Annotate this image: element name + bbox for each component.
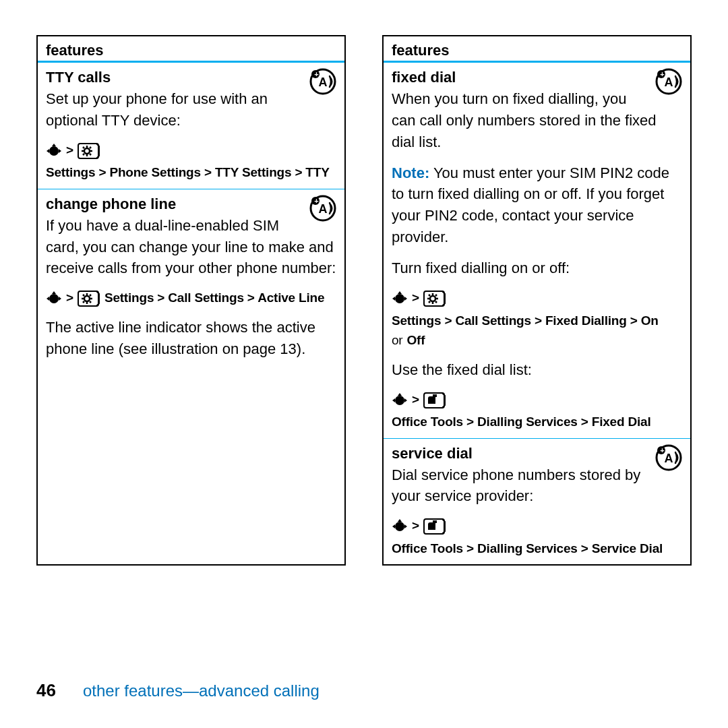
right-features-box: features fixed dial When you turn on fix…: [382, 35, 692, 566]
nav-text: Office Tools > Dialling Services > Servi…: [392, 539, 663, 558]
nav-text: Settings > Call Settings > Active Line: [104, 289, 324, 307]
two-column-layout: features TTY calls Set up your phone for…: [36, 35, 692, 566]
nav-path: > Settings > Call Settings > Active Line: [46, 289, 336, 307]
section-service-dial: service dial Dial service phone numbers …: [384, 438, 690, 565]
operator-dependent-icon: [309, 68, 336, 95]
nav-path: > Office Tools > Dialling Services > Ser…: [392, 516, 682, 557]
section-title: fixed dial: [392, 67, 682, 88]
nav-path: > Settings > Call Settings > Fixed Diall…: [392, 289, 682, 330]
section-title: TTY calls: [46, 67, 336, 88]
settings-key-icon: [423, 289, 446, 307]
section-title: service dial: [392, 443, 682, 464]
nav-path-alt: or Off: [392, 331, 682, 350]
nav-or: or: [392, 331, 403, 350]
section-change-phone-line: change phone line If you have a dual-lin…: [38, 189, 344, 367]
page-number: 46: [36, 680, 56, 701]
section-tty-calls: TTY calls Set up your phone for use with…: [38, 63, 344, 189]
nav-key-icon: [392, 390, 408, 409]
operator-dependent-icon: [309, 195, 336, 222]
nav-text: Settings > Call Settings > Fixed Diallin…: [392, 311, 659, 330]
operator-dependent-icon: [655, 68, 682, 95]
footer-section-title: other features—advanced calling: [83, 681, 320, 700]
tools-key-icon: [423, 390, 446, 409]
section-body: Set up your phone for use with an option…: [46, 88, 336, 131]
nav-key-icon: [392, 516, 408, 535]
manual-page: features TTY calls Set up your phone for…: [0, 0, 728, 728]
nav-key-icon: [392, 289, 408, 307]
note-paragraph: Note: You must enter your SIM PIN2 code …: [392, 162, 682, 249]
settings-key-icon: [78, 141, 100, 160]
nav-text: Office Tools > Dialling Services > Fixed…: [392, 413, 651, 431]
nav-sep: >: [66, 289, 73, 307]
nav-sep: >: [66, 141, 73, 160]
lead-text: Turn fixed dialling on or off:: [392, 257, 682, 279]
operator-dependent-icon: [655, 444, 682, 471]
nav-key-icon: [46, 289, 62, 307]
note-body: You must enter your SIM PIN2 code to tur…: [392, 164, 669, 246]
features-header-right: features: [384, 36, 690, 63]
section-fixed-dial: fixed dial When you turn on fixed dialli…: [384, 63, 690, 438]
section-body: If you have a dual-line-enabled SIM card…: [46, 215, 336, 280]
nav-key-icon: [46, 141, 62, 160]
nav-sep: >: [412, 289, 419, 307]
nav-path: > Settings > Phone Settings > TTY Settin…: [46, 141, 336, 182]
section-title: change phone line: [46, 193, 336, 215]
settings-key-icon: [78, 289, 100, 307]
nav-sep: >: [412, 516, 419, 535]
section-body: When you turn on fixed dialling, you can…: [392, 88, 682, 153]
nav-text: Settings > Phone Settings > TTY Settings…: [46, 163, 330, 182]
features-header-left: features: [38, 36, 344, 63]
nav-sep: >: [412, 390, 419, 409]
section-after-text: The active line indicator shows the acti…: [46, 317, 336, 360]
nav-off: Off: [407, 331, 425, 350]
page-footer: 46 other features—advanced calling: [36, 680, 320, 701]
section-body: Dial service phone numbers stored by you…: [392, 464, 682, 508]
tools-key-icon: [423, 516, 446, 535]
nav-path: > Office Tools > Dialling Services > Fix…: [392, 390, 682, 431]
note-label: Note:: [392, 164, 429, 181]
lead-text: Use the fixed dial list:: [392, 359, 682, 381]
left-features-box: features TTY calls Set up your phone for…: [36, 35, 346, 566]
